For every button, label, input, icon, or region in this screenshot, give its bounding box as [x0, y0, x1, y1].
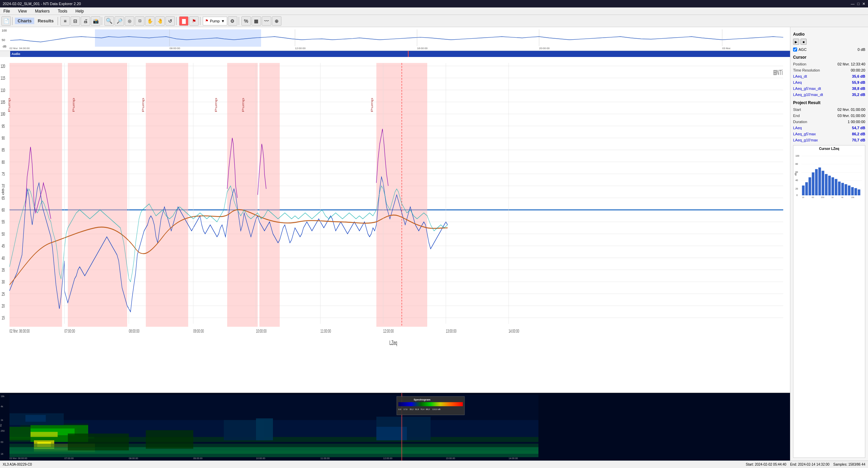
pump-dropdown[interactable]: ⚑ Pump ▼: [203, 17, 227, 25]
svg-rect-176: [854, 188, 857, 195]
svg-text:18k: 18k: [1, 395, 5, 397]
project-laeq-value: 54,7 dB: [852, 126, 865, 130]
svg-rect-139: [398, 402, 463, 406]
svg-text:16: 16: [802, 196, 804, 198]
svg-rect-171: [838, 181, 841, 195]
maximize-button[interactable]: □: [857, 2, 860, 6]
svg-text:95: 95: [2, 123, 5, 129]
cursor-laeq-g10-value: 35,2 dB: [852, 93, 865, 97]
svg-text:LZeq: LZeq: [390, 339, 397, 346]
bar-btn[interactable]: ▦: [252, 16, 261, 26]
zoom-out-btn[interactable]: 🔎: [115, 16, 124, 26]
project-duration-row: Duration 1 00:00:00: [793, 119, 865, 124]
menu-help[interactable]: Help: [74, 8, 86, 14]
cursor-line-audio: [408, 51, 409, 57]
sep2: [58, 17, 59, 25]
svg-text:Spectrogram: Spectrogram: [414, 398, 430, 401]
svg-text:02 févr. 06:00:00: 02 févr. 06:00:00: [9, 457, 27, 460]
project-laeq-g5-label: LAeq_g5'max: [793, 132, 816, 136]
menu-markers[interactable]: Markers: [33, 8, 52, 14]
svg-rect-162: [809, 177, 811, 195]
svg-text:20: 20: [2, 304, 5, 309]
minimize-button[interactable]: —: [851, 2, 854, 6]
sep4: [176, 17, 178, 25]
flag-btn[interactable]: ⚑: [189, 16, 199, 26]
percent-btn[interactable]: %: [241, 16, 251, 26]
agc-label: AGC: [798, 47, 807, 52]
cursor-laeq-label: LAeq: [793, 80, 802, 84]
svg-text:105: 105: [1, 100, 5, 105]
svg-rect-64: [146, 63, 188, 327]
svg-text:50: 50: [2, 232, 5, 237]
cursor-laeq-g10-label: LAeq_g10'max_dt: [793, 93, 823, 97]
svg-text:13:00:00: 13:00:00: [446, 329, 456, 334]
main-chart[interactable]: 120 115 110 105 100 95 90 85 80 75: [0, 57, 790, 393]
svg-rect-177: [858, 190, 861, 195]
audio-bar[interactable]: Audio: [10, 51, 790, 57]
svg-text:02 févr. 04:00:00: 02 févr. 04:00:00: [9, 47, 29, 50]
play-button[interactable]: ▶: [793, 39, 799, 45]
settings-btn[interactable]: ⚙: [228, 16, 237, 26]
new-button[interactable]: 📄: [1, 16, 11, 26]
project-start-label: Start: [793, 108, 801, 112]
project-laeq-g10-label: LAeq_g10'max: [793, 138, 818, 142]
svg-rect-168: [828, 176, 831, 195]
menu-tools[interactable]: Tools: [56, 8, 69, 14]
menu-view[interactable]: View: [16, 8, 29, 14]
rotate-btn[interactable]: ↺: [165, 16, 175, 26]
cursor-laeq-g5-value: 38,8 dB: [852, 86, 865, 91]
svg-text:dB: dB: [795, 173, 797, 176]
close-button[interactable]: ✕: [862, 2, 865, 6]
agc-checkbox[interactable]: [793, 47, 797, 52]
svg-rect-115: [146, 430, 193, 449]
zoom-fit-btn[interactable]: ◎: [125, 16, 134, 26]
zoom-in-btn[interactable]: 🔍: [104, 16, 114, 26]
svg-text:03 févr.: 03 févr.: [722, 47, 731, 50]
color-btn[interactable]: ▇: [179, 16, 189, 26]
svg-text:14:00:00: 14:00:00: [509, 329, 519, 334]
charts-tab[interactable]: Charts: [15, 18, 34, 24]
svg-text:90: 90: [2, 136, 5, 141]
svg-text:17,6: 17,6: [403, 408, 408, 410]
menu-file[interactable]: File: [1, 8, 12, 14]
print-btn2[interactable]: 📸: [91, 16, 100, 26]
svg-rect-114: [68, 433, 129, 450]
pan-btn1[interactable]: ✋: [145, 16, 155, 26]
svg-text:16: 16: [1, 453, 3, 455]
zoom-sel-btn[interactable]: ⊡: [135, 16, 144, 26]
svg-text:35: 35: [2, 268, 5, 273]
results-tab[interactable]: Results: [35, 18, 56, 24]
svg-text:100: 100: [795, 155, 800, 157]
agc-value: 0 dB: [857, 47, 865, 52]
svg-text:11:00:00: 11:00:00: [320, 329, 331, 334]
svg-text:100: 100: [2, 29, 7, 32]
list-view-btn2[interactable]: ⊟: [71, 16, 80, 26]
audio-bar-label: Audio: [12, 52, 20, 56]
status-start: Start: 2024-02-02 05:44:40: [746, 463, 786, 466]
pan-btn2[interactable]: 🤚: [155, 16, 165, 26]
list-view-btn1[interactable]: ≡: [60, 16, 70, 26]
svg-text:65: 65: [2, 195, 5, 200]
svg-text:⊞NTi: ⊞NTi: [773, 68, 783, 77]
cursor-laeq-g10-row: LAeq_g10'max_dt 35,2 dB: [793, 92, 865, 97]
svg-text:250: 250: [1, 430, 5, 432]
cursor-position-row: Position 02 févr. 12:33:40: [793, 62, 865, 66]
cursor-position-label: Position: [793, 62, 806, 66]
wave-btn[interactable]: 〰: [262, 16, 271, 26]
stop-button[interactable]: ■: [801, 39, 807, 45]
svg-rect-4: [95, 30, 261, 47]
project-start-row: Start 02 févr. 01:00:00: [793, 107, 865, 112]
svg-text:09:00:00: 09:00:00: [193, 457, 202, 460]
svg-text:13:00:00: 13:00:00: [446, 457, 455, 460]
sep3: [102, 17, 103, 25]
svg-text:25: 25: [2, 291, 5, 296]
cursor-laeq-g5-label: LAeq_g5'max_dt: [793, 86, 821, 91]
project-start-value: 02 févr. 01:00:00: [837, 108, 865, 112]
spectrogram-container[interactable]: 18k 4k 1k 250 63 16 Hz 02 févr. 06:00:00…: [0, 393, 790, 461]
overview-panel[interactable]: 100 50 dB 02 févr. 04:00:00 08:00:00 12:…: [0, 27, 790, 51]
print-btn1[interactable]: 🖨: [81, 16, 90, 26]
svg-text:4k: 4k: [1, 405, 3, 408]
svg-text:85: 85: [2, 148, 5, 153]
cursor-btn[interactable]: ⊕: [272, 16, 281, 26]
svg-text:11:00:00: 11:00:00: [320, 457, 330, 460]
